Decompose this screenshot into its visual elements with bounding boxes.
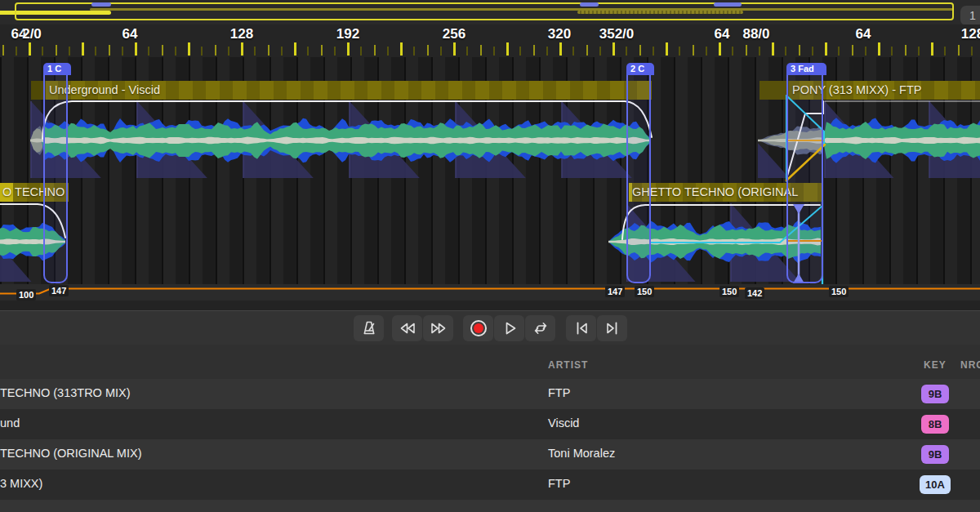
key-badge: 9B bbox=[921, 445, 949, 464]
transition-marker-band[interactable]: 2 C bbox=[626, 73, 651, 283]
overview-minimap[interactable]: 1 bbox=[0, 0, 980, 24]
ruler-tick bbox=[506, 42, 509, 56]
beat-ruler[interactable]: 642/064128192256320352/06488/064128 bbox=[0, 24, 980, 57]
track-artist-cell: Toni Moralez bbox=[548, 447, 615, 460]
waveform bbox=[823, 118, 980, 163]
ruler-beat-label: 2/0 bbox=[22, 26, 42, 42]
ruler-tick bbox=[785, 47, 786, 56]
track-artist-cell: Viscid bbox=[548, 416, 579, 430]
timeline-canvas[interactable]: Underground - ViscidPONY (313 MIXX) - FT… bbox=[0, 57, 980, 284]
ruler-tick bbox=[572, 47, 574, 56]
waveform bbox=[823, 136, 980, 144]
ruler-tick bbox=[958, 45, 960, 56]
tempo-value-label[interactable]: 142 bbox=[745, 287, 764, 299]
column-header-artist[interactable]: ARTIST bbox=[548, 359, 588, 371]
rewind-button[interactable] bbox=[392, 315, 422, 341]
phrase-triangle bbox=[243, 101, 314, 178]
skipstart-icon bbox=[572, 318, 591, 338]
skip-start-button[interactable] bbox=[566, 315, 596, 341]
ruler-tick bbox=[82, 42, 84, 56]
ruler-tick bbox=[759, 47, 760, 56]
skipend-icon bbox=[603, 318, 622, 338]
ruler-tick bbox=[639, 45, 641, 56]
tempo-ruler: 100147147150150142150 bbox=[0, 284, 980, 301]
ruler-beat-label: 64 bbox=[122, 26, 138, 42]
track-title-bar[interactable]: Underground - Viscid bbox=[31, 81, 652, 100]
transition-marker-badge[interactable]: 3 Fad bbox=[786, 63, 826, 75]
ruler-tick bbox=[268, 45, 270, 56]
ffwd-icon bbox=[429, 318, 448, 338]
timeline-footer-gap bbox=[0, 301, 980, 310]
play-icon bbox=[500, 318, 519, 338]
ruler-tick bbox=[413, 47, 415, 56]
ruler-tick bbox=[42, 47, 43, 56]
ruler-tick bbox=[799, 45, 800, 56]
waveform bbox=[42, 122, 649, 159]
table-header-row: ARTISTKEYNRG bbox=[0, 345, 980, 379]
ruler-tick bbox=[2, 45, 4, 56]
column-header-nrg[interactable]: NRG bbox=[960, 359, 980, 371]
ruler-beat-label: 128 bbox=[230, 26, 253, 42]
track-title-cell: TECHNO (ORIGINAL MIX) bbox=[0, 447, 141, 460]
tempo-value-label[interactable]: 150 bbox=[829, 286, 849, 297]
play-button[interactable] bbox=[494, 315, 524, 341]
ruler-tick bbox=[135, 42, 137, 56]
skip-end-button[interactable] bbox=[597, 315, 627, 341]
ruler-tick bbox=[16, 47, 17, 56]
ruler-tick bbox=[347, 42, 350, 56]
tempo-value-label[interactable]: 147 bbox=[605, 286, 625, 297]
metronome-button[interactable] bbox=[354, 315, 384, 341]
ruler-tick bbox=[852, 45, 853, 56]
waveform bbox=[30, 139, 43, 143]
ruler-tick bbox=[201, 47, 203, 56]
transition-marker-band[interactable]: 3 Fad bbox=[786, 73, 823, 283]
ruler-tick bbox=[360, 47, 362, 56]
ruler-tick bbox=[891, 47, 893, 56]
track-list-row[interactable]: 3 MIXX)FTP10A bbox=[0, 470, 980, 500]
transition-marker-badge[interactable]: 1 C bbox=[43, 63, 71, 75]
ruler-tick bbox=[586, 45, 588, 56]
ruler-tick bbox=[706, 47, 707, 56]
tempo-value-label[interactable]: 150 bbox=[635, 286, 654, 297]
ruler-tick bbox=[719, 42, 721, 56]
ruler-beat-label: 64 bbox=[856, 26, 871, 42]
record-button[interactable] bbox=[463, 315, 493, 341]
fast-forward-button[interactable] bbox=[423, 315, 453, 341]
track-list-row[interactable]: undViscid8B bbox=[0, 409, 980, 439]
ruler-tick bbox=[918, 47, 920, 56]
ruler-beat-label: 320 bbox=[548, 26, 571, 42]
overview-cue-marker[interactable] bbox=[91, 2, 111, 7]
title-bar-lead-segment bbox=[760, 81, 789, 100]
ruler-tick bbox=[175, 47, 176, 56]
transition-marker-band[interactable]: 1 C bbox=[43, 73, 68, 283]
track-list-row[interactable]: TECHNO (313TRO MIX)FTP9B bbox=[0, 379, 980, 409]
ruler-tick bbox=[440, 47, 442, 56]
tempo-value-label[interactable]: 147 bbox=[49, 285, 69, 296]
waveform bbox=[42, 118, 649, 163]
overview-count-badge: 1 bbox=[960, 6, 980, 25]
ruler-tick bbox=[519, 47, 521, 56]
loop-button[interactable] bbox=[525, 315, 555, 341]
transport-bar bbox=[0, 310, 980, 345]
ruler-tick bbox=[612, 42, 615, 56]
overview-cue-marker[interactable] bbox=[714, 2, 742, 7]
ruler-tick bbox=[228, 47, 229, 56]
waveform bbox=[42, 136, 649, 144]
rewind-icon bbox=[398, 318, 417, 338]
tempo-value-label[interactable]: 100 bbox=[16, 289, 36, 301]
transition-marker-badge[interactable]: 2 C bbox=[626, 63, 654, 75]
ruler-tick bbox=[109, 45, 110, 56]
overview-cue-marker[interactable] bbox=[580, 2, 599, 7]
key-badge: 9B bbox=[921, 385, 949, 403]
overview-viewport-rect[interactable] bbox=[15, 2, 954, 20]
ruler-tick bbox=[400, 42, 403, 56]
ruler-beat-label: 192 bbox=[336, 26, 359, 42]
ruler-tick bbox=[254, 47, 256, 56]
ruler-tick bbox=[838, 47, 840, 56]
phrase-triangle bbox=[137, 101, 207, 178]
tempo-value-label[interactable]: 150 bbox=[719, 286, 739, 297]
track-list-row[interactable]: TECHNO (ORIGINAL MIX)Toni Moralez9B bbox=[0, 439, 980, 470]
column-header-key[interactable]: KEY bbox=[924, 359, 947, 371]
ruler-beat-label: 128 bbox=[961, 26, 980, 42]
ruler-tick bbox=[334, 47, 336, 56]
